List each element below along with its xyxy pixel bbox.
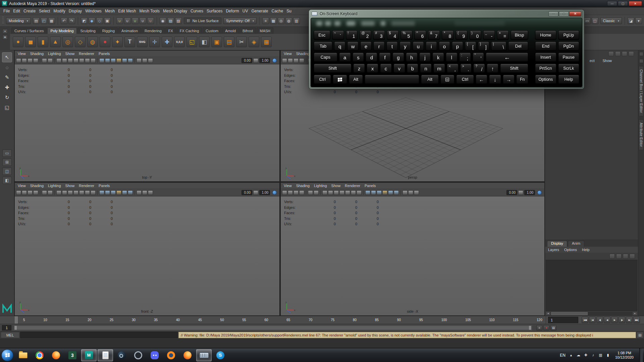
key-z[interactable]: z [353, 64, 365, 73]
rotate-tool[interactable]: ↻ [2, 93, 12, 103]
viewport-menu-lighting[interactable]: Lighting [314, 184, 327, 188]
key-comma[interactable]: <, [447, 64, 459, 73]
menu-file[interactable]: File [3, 9, 10, 13]
viewport-menu-view[interactable]: View [284, 52, 292, 56]
key-pageup[interactable]: PgUp [558, 31, 580, 40]
gamma-field[interactable]: 1.00 [259, 190, 270, 195]
move-tool[interactable]: ✚ [2, 82, 12, 93]
key-fn[interactable]: Fn [516, 75, 528, 84]
bookmarks-icon[interactable] [299, 190, 304, 195]
shelf-tab-rendering[interactable]: Rendering [142, 27, 165, 34]
gamma-icon[interactable] [253, 58, 258, 63]
use-all-lights-icon[interactable] [116, 58, 121, 63]
key-arrow-right[interactable]: → [503, 75, 515, 84]
viewport-renderer-toggle[interactable] [272, 190, 277, 195]
grid-toggle-icon[interactable] [322, 190, 327, 195]
platonic-solid-icon[interactable]: ✦ [112, 37, 123, 47]
menu-cache[interactable]: Cache [271, 9, 283, 13]
field-chart-icon[interactable] [79, 190, 84, 195]
menu-curves[interactable]: Curves [191, 9, 203, 13]
key-space[interactable] [365, 75, 419, 84]
key-pagedown[interactable]: PgDn [558, 42, 580, 51]
live-surface-button[interactable]: No Live Surface [184, 17, 221, 24]
poly-torus-icon[interactable]: ◎ [62, 37, 73, 47]
sidebar-pin-icon[interactable] [639, 59, 643, 63]
lock-camera-icon[interactable] [22, 58, 27, 63]
scrollbar-track[interactable] [551, 312, 632, 315]
select-mask-icon[interactable]: ▣ [104, 17, 111, 24]
layer-list[interactable] [546, 260, 637, 311]
sidebar-dock-icon[interactable] [639, 52, 643, 56]
key-shift-left[interactable]: Shift [314, 64, 352, 73]
key-3[interactable]: #3 [373, 31, 385, 40]
menu-mesh-display[interactable]: Mesh Display [163, 9, 187, 13]
lock-camera-icon[interactable] [288, 58, 293, 63]
grid-toggle-icon[interactable] [56, 190, 61, 195]
poly-disc-icon[interactable]: ◍ [87, 37, 98, 47]
key-s[interactable]: s [353, 53, 364, 62]
shadows-icon[interactable] [388, 190, 393, 195]
menu-deform[interactable]: Deform [226, 9, 239, 13]
shelf-tab-arnold[interactable]: Arnold [222, 27, 239, 34]
save-scene-icon[interactable]: ▦ [48, 17, 55, 24]
key-esc[interactable]: Esc [314, 31, 330, 40]
viewport-menu-shading[interactable]: Shading [296, 184, 310, 188]
key-end[interactable]: End [535, 42, 556, 51]
menu-mesh[interactable]: Mesh [105, 9, 115, 13]
poly-sphere-icon[interactable]: ● [13, 37, 23, 47]
viewport-menu-panels[interactable]: Panels [99, 184, 110, 188]
command-line-input[interactable] [20, 332, 178, 338]
key-shift-right[interactable]: Shift [500, 64, 528, 73]
menu-modify[interactable]: Modify [53, 9, 65, 13]
gate-mask-icon[interactable] [73, 58, 78, 63]
symmetry-dropdown[interactable]: Symmetry: Off ▾ [223, 17, 257, 24]
shelf-menu-button[interactable]: ✚ [2, 35, 8, 40]
smooth-icon[interactable]: ● [100, 37, 110, 47]
film-gate-icon[interactable] [62, 58, 67, 63]
step-back-key-button[interactable]: ◀| [596, 317, 603, 323]
key-home[interactable]: Home [535, 31, 556, 40]
osk-close-button[interactable]: ✕ [569, 11, 581, 16]
window-maximize-button[interactable]: ▢ [618, 1, 628, 6]
channel-settings-icon[interactable] [629, 51, 634, 56]
isolate-select-icon[interactable] [402, 190, 408, 195]
wireframe-icon[interactable] [99, 58, 104, 63]
key-n[interactable]: n [420, 64, 432, 73]
backface-culling-icon[interactable] [414, 190, 419, 195]
key-v[interactable]: v [393, 64, 405, 73]
select-by-component-icon[interactable]: ◇ [96, 17, 103, 24]
textured-icon[interactable] [111, 190, 116, 195]
play-forwards-button[interactable]: ▶ [611, 317, 618, 323]
grid-toggle-icon[interactable] [56, 58, 61, 63]
screen-space-ao-icon[interactable] [128, 190, 133, 195]
key-equals[interactable]: += [497, 31, 509, 40]
field-chart-icon[interactable] [79, 58, 84, 63]
key-k[interactable]: k [432, 53, 444, 62]
key-arrow-up[interactable]: ↑ [487, 64, 498, 73]
hidden-icons-chevron-icon[interactable]: ▴ [569, 353, 574, 357]
film-gate-icon[interactable] [328, 190, 333, 195]
current-frame-field[interactable]: 1 [548, 317, 578, 323]
taskbar-notes-icon[interactable] [98, 349, 113, 361]
key-u[interactable]: u [413, 42, 424, 51]
viewport-canvas-front[interactable]: Verts:000Edges:000Faces:000Tris:000UVs:0… [15, 196, 279, 315]
auto-keyframe-button[interactable]: ● [543, 325, 549, 330]
shelf-tab-rigging[interactable]: Rigging [99, 27, 118, 34]
toolbar-grip[interactable] [2, 17, 4, 25]
current-frame-marker[interactable] [15, 316, 18, 323]
viewport-renderer-toggle[interactable] [537, 190, 542, 195]
key-quote[interactable]: "' [473, 53, 484, 62]
channel-hyperbolic-icon[interactable] [622, 51, 627, 56]
viewport-menu-renderer[interactable]: Renderer [345, 184, 360, 188]
range-slider-track[interactable] [14, 325, 532, 330]
key-tab[interactable]: Tab [314, 42, 332, 51]
taskbar-file-explorer-icon[interactable] [15, 349, 31, 361]
viewport-menu-shading[interactable]: Shading [30, 52, 44, 56]
range-slider-handle[interactable] [14, 326, 531, 330]
image-plane-icon[interactable] [42, 190, 47, 195]
key-arrow-down[interactable]: ↓ [489, 75, 501, 84]
construction-history-icon[interactable]: ≡ [262, 17, 269, 24]
key-ctrl-left[interactable]: Ctrl [314, 75, 331, 84]
snap-to-view-icon[interactable]: ∪ [147, 17, 154, 24]
channel-box-menu-show[interactable]: Show [602, 59, 612, 63]
